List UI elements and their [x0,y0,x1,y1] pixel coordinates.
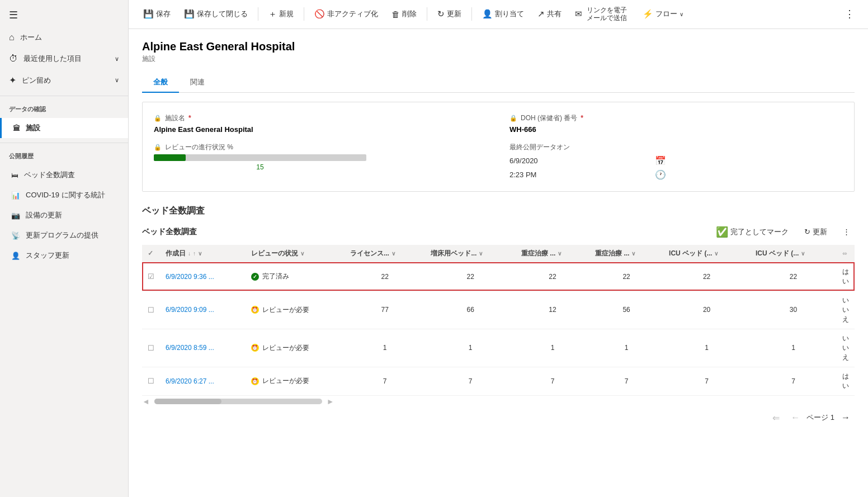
scrollbar-thumb[interactable] [154,399,221,404]
flow-button[interactable]: ⚡ フロー ∨ [637,6,689,22]
license-cell: 1 [345,329,425,367]
sort-up-icon[interactable]: ↑ [193,250,196,257]
icu1-cell: 1 [663,329,750,367]
more-button[interactable]: ⋮ [840,8,859,20]
sidebar-item-covid-stats[interactable]: 📊 COVID-19 に関する統計 [0,185,128,205]
sort-down-icon[interactable]: ↓ [188,250,191,257]
filter-icon-6[interactable]: ∨ [631,250,635,257]
save-button[interactable]: 💾 保存 [138,6,176,22]
new-button[interactable]: ＋ 新規 [263,6,299,22]
first-page-button[interactable]: ⇐ [768,410,784,425]
separator-4 [471,7,472,21]
refresh-icon-2: ↻ [804,228,810,236]
icu1-cell: 20 [663,291,750,329]
clock-icon[interactable]: 🕐 [655,169,666,180]
status-label: レビューが必要 [262,376,309,386]
critical1-cell: 7 [516,367,589,395]
date-row: 6/9/2020 📅 [510,155,666,166]
sidebar-item-update-program[interactable]: 📡 更新プログラムの提供 [0,225,128,245]
table-row[interactable]: ☐ 6/9/2020 9:09 ... レビューが必要 77 66 12 56 … [142,291,855,329]
save-close-button[interactable]: 💾 保存して閉じる [178,6,253,22]
form-section: 🔒 施設名 * Alpine East General Hospital 🔒 D… [142,102,855,192]
review-progress-label: 🔒 レビューの進行状況 % [154,143,487,152]
table-header-right: ✅ 完了としてマーク ↻ 更新 ⋮ [711,224,855,240]
table-more-button[interactable]: ⋮ [838,225,855,238]
delete-button[interactable]: 🗑 削除 [386,6,422,22]
col-surge-beds: 増床用ベッド... ∨ [425,245,516,263]
check-all-icon[interactable]: ✓ [148,249,153,257]
created-cell: 6/9/2020 9:36 ... [160,262,246,291]
form-grid: 🔒 施設名 * Alpine East General Hospital 🔒 D… [154,113,843,180]
row-checkbox[interactable]: ☐ [148,377,154,385]
row-checkbox[interactable]: ☐ [148,306,154,314]
scroll-left-arrow[interactable]: ◄ [142,397,150,406]
prev-page-button[interactable]: ← [786,410,804,425]
last-published-time: 2:23 PM [510,171,536,179]
col-resize: ⇔ [837,245,855,263]
table-header-left-label: ベッド全数調査 [142,227,197,237]
checkbox-cell[interactable]: ☑ [142,262,160,291]
icu1-cell: 7 [663,367,750,395]
separator-3 [427,7,427,21]
chevron-down-icon-pinned: ∨ [115,77,119,84]
checkbox-cell[interactable]: ☐ [142,367,160,395]
filter-icon-8[interactable]: ∨ [801,250,805,257]
email-link-button[interactable]: ✉ リンクを電子メールで送信 [569,3,635,25]
sidebar-item-bed-survey[interactable]: 🛏 ベッド全数調査 [0,165,128,185]
scroll-right-arrow[interactable]: ► [327,397,334,406]
table-row[interactable]: ☑ 6/9/2020 9:36 ... 完了済み 22 22 22 22 22 … [142,262,855,291]
checkbox-cell[interactable]: ☐ [142,329,160,367]
table-row[interactable]: ☐ 6/9/2020 6:27 ... レビューが必要 7 7 7 7 7 7 … [142,367,855,395]
sidebar-item-staff-update[interactable]: 👤 スタッフ更新 [0,245,128,266]
sidebar-item-equipment[interactable]: 📷 設備の更新 [0,205,128,225]
tab-general[interactable]: 全般 [142,73,179,93]
required-marker-1: * [188,114,191,122]
sidebar-item-facility[interactable]: 🏛 施設 [0,118,128,138]
critical1-cell: 12 [516,291,589,329]
table-row[interactable]: ☐ 6/9/2020 8:59 ... レビューが必要 1 1 1 1 1 1 … [142,329,855,367]
sidebar-section-history: 公開履歴 [0,148,128,165]
filter-icon-5[interactable]: ∨ [558,250,562,257]
filter-icon-4[interactable]: ∨ [479,250,483,257]
hamburger-menu[interactable]: ☰ [0,0,128,27]
flow-icon: ⚡ [643,9,653,19]
resize-icon[interactable]: ⇔ [842,250,847,257]
lock-icon-1: 🔒 [154,115,162,122]
row-checkbox[interactable]: ☑ [148,272,154,281]
sidebar-item-home[interactable]: ⌂ ホーム [0,27,128,48]
sidebar: ☰ ⌂ ホーム ⏱ 最近使用した項目 ∨ ✦ ピン留め ∨ データの確認 🏛 施… [0,0,129,497]
deactivate-button[interactable]: 🚫 非アクティブ化 [309,6,384,22]
new-icon: ＋ [268,9,277,20]
mark-complete-button[interactable]: ✅ 完了としてマーク [711,224,793,240]
row-checkbox[interactable]: ☐ [148,344,154,352]
license-cell: 7 [345,367,425,395]
last-published-date: 6/9/2020 [510,157,538,165]
surge-beds-cell: 22 [425,262,516,291]
col-review-status: レビューの状況 ∨ [246,245,345,263]
filter-icon-3[interactable]: ∨ [391,250,395,257]
facility-name-value: Alpine East General Hospital [154,125,487,134]
tabs: 全般 関連 [142,73,855,93]
filter-icon-1[interactable]: ∨ [198,250,202,257]
calendar-icon[interactable]: 📅 [655,155,666,166]
refresh-icon: ↻ [437,9,445,19]
filter-icon-2[interactable]: ∨ [300,250,304,257]
sidebar-item-recent[interactable]: ⏱ 最近使用した項目 ∨ [0,48,128,69]
facility-name-field: 🔒 施設名 * Alpine East General Hospital [154,113,487,134]
filter-icon-7[interactable]: ∨ [714,250,718,257]
checkbox-cell[interactable]: ☐ [142,291,160,329]
share-button[interactable]: ↗ 共有 [532,6,567,22]
surge-beds-cell: 7 [425,367,516,395]
sidebar-item-pinned[interactable]: ✦ ピン留め ∨ [0,69,128,91]
bed-survey-section: ベッド全数調査 ベッド全数調査 ✅ 完了としてマーク ↻ 更新 ⋮ [142,205,855,425]
table-refresh-button[interactable]: ↻ 更新 [800,225,832,239]
critical2-cell: 7 [589,367,663,395]
refresh-button[interactable]: ↻ 更新 [432,6,467,22]
status-label: レビューが必要 [262,343,309,353]
assign-button[interactable]: 👤 割り当て [477,6,530,22]
sidebar-item-equipment-label: 設備の更新 [26,210,62,220]
icu2-cell: 22 [750,262,837,291]
next-page-button[interactable]: → [837,410,855,425]
tab-related[interactable]: 関連 [179,73,216,93]
last-published-label: 最終公開データオン [510,143,843,152]
